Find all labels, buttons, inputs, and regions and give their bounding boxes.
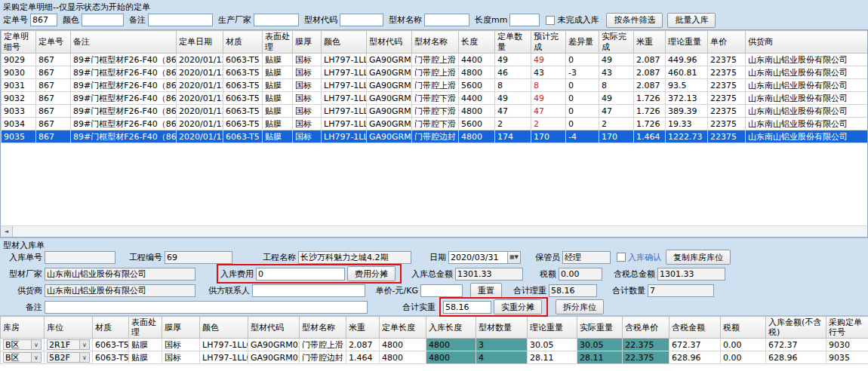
total-actual-weight-input[interactable] bbox=[443, 301, 491, 314]
column-header[interactable]: 入库金额(不含税) bbox=[766, 317, 826, 339]
filter-button[interactable]: 按条件筛选 bbox=[606, 13, 663, 28]
chevron-down-icon[interactable]: ∨ bbox=[79, 340, 89, 349]
column-header[interactable]: 含税金额 bbox=[669, 317, 721, 339]
column-header[interactable]: 含税单价 bbox=[623, 317, 669, 339]
column-header[interactable]: 型材代码 bbox=[367, 31, 412, 54]
supplier-contact-input[interactable] bbox=[252, 284, 365, 297]
table-row[interactable]: 902986789#门框型材F26-F40（866+867）2020/01/13… bbox=[2, 54, 868, 66]
column-header[interactable]: 定单长度 bbox=[380, 317, 426, 339]
inbound-confirm-checkbox[interactable] bbox=[617, 253, 626, 262]
column-header[interactable]: 表面处理 bbox=[129, 317, 162, 339]
inbound-no-input[interactable] bbox=[45, 251, 115, 264]
scroll-left-icon[interactable]: ◄ bbox=[1, 226, 13, 237]
grid-cell: 867 bbox=[36, 92, 71, 105]
project-name-input[interactable] bbox=[298, 251, 411, 264]
column-header[interactable]: 差异量 bbox=[566, 31, 599, 54]
total-with-tax-input[interactable] bbox=[657, 268, 725, 281]
scrollbar-track[interactable] bbox=[13, 226, 867, 237]
column-header[interactable]: 备注 bbox=[71, 31, 177, 54]
table-row[interactable]: 903386789#门框型材F26-F40（866+867）2020/01/13… bbox=[2, 105, 868, 118]
manufacturer-input[interactable] bbox=[45, 268, 195, 281]
inbound-total-input[interactable] bbox=[455, 268, 523, 281]
fee-allocate-button[interactable]: 费用分摊 bbox=[347, 266, 396, 281]
grid-cell: 2020/01/13 bbox=[177, 54, 223, 66]
total-theory-weight-input[interactable] bbox=[549, 284, 597, 297]
warehouse-combo[interactable]: B区∨ bbox=[3, 352, 42, 363]
column-header[interactable]: 膜厚 bbox=[293, 31, 322, 54]
table-row[interactable]: 903086789#门框型材F26-F40（866+867）2020/01/13… bbox=[2, 66, 868, 79]
grid-cell: 6063-T5 bbox=[223, 105, 263, 118]
table-row[interactable]: 903486789#门框型材F26-F40（866+867）2020/01/13… bbox=[2, 118, 868, 130]
column-header[interactable]: 米重 bbox=[634, 31, 666, 54]
column-header[interactable]: 单价 bbox=[708, 31, 746, 54]
color-input[interactable] bbox=[82, 14, 124, 26]
column-header[interactable]: 表面处理 bbox=[263, 31, 293, 54]
remark-input[interactable] bbox=[148, 14, 213, 26]
producer-input[interactable] bbox=[254, 14, 299, 26]
date-picker[interactable]: 2020/03/31 ▦▼ bbox=[448, 251, 521, 264]
column-header[interactable]: 供货商 bbox=[746, 31, 868, 54]
column-header[interactable]: 理论重量 bbox=[528, 317, 577, 339]
inbound-fee-input[interactable] bbox=[256, 268, 345, 281]
split-location-button[interactable]: 拆分库位 bbox=[556, 299, 604, 314]
table-row[interactable]: 903586789#门框型材F26-F40（866+867）2020/01/13… bbox=[2, 130, 868, 143]
unfinished-checkbox[interactable] bbox=[546, 16, 555, 25]
total-qty-input[interactable] bbox=[648, 284, 714, 297]
horizontal-scrollbar[interactable]: ◄ bbox=[0, 225, 868, 238]
column-header[interactable]: 材质 bbox=[93, 317, 129, 339]
column-header[interactable]: 定单号 bbox=[36, 31, 71, 54]
actual-weight-allocate-button[interactable]: 实重分摊 bbox=[494, 299, 542, 314]
chevron-down-icon[interactable]: ∨ bbox=[79, 353, 89, 362]
batch-inbound-button[interactable]: 批量入库 bbox=[667, 13, 716, 28]
column-header[interactable]: 型材数量 bbox=[476, 317, 528, 339]
column-header[interactable]: 定单日期 bbox=[177, 31, 223, 54]
column-header[interactable]: 膜厚 bbox=[162, 317, 200, 339]
table-row[interactable]: 903286789#门框型材F26-F40（866+867）2020/01/13… bbox=[2, 92, 868, 105]
order-no-input[interactable] bbox=[30, 14, 57, 26]
location-combo[interactable]: 2R1F∨ bbox=[47, 339, 90, 350]
grid-cell: 门带腔上滑 bbox=[412, 66, 459, 79]
table-row[interactable]: 903186789#门框型材F26-F40（866+867）2020/01/13… bbox=[2, 79, 868, 92]
column-header[interactable]: 理论重量 bbox=[666, 31, 708, 54]
location-combo[interactable]: 5B2F∨ bbox=[47, 352, 90, 363]
column-header[interactable]: 入库长度 bbox=[426, 317, 476, 339]
supplier-input[interactable] bbox=[45, 284, 195, 297]
column-header[interactable]: 库房 bbox=[1, 317, 45, 339]
column-header[interactable]: 长度 bbox=[459, 31, 495, 54]
grid-cell: 43 bbox=[599, 66, 634, 79]
profile-code-input[interactable] bbox=[340, 14, 383, 26]
chevron-down-icon[interactable]: ∨ bbox=[31, 340, 41, 349]
column-header[interactable]: 税额 bbox=[721, 317, 766, 339]
column-header[interactable]: 预计完成 bbox=[531, 31, 566, 54]
column-header[interactable]: 定单数量 bbox=[495, 31, 531, 54]
column-header[interactable]: 型材名称 bbox=[300, 317, 346, 339]
column-header[interactable]: 采购定单行号 bbox=[826, 317, 868, 339]
calendar-dropdown-icon[interactable]: ▦▼ bbox=[507, 252, 520, 263]
column-header[interactable]: 库位 bbox=[45, 317, 93, 339]
column-header[interactable]: 型材名称 bbox=[412, 31, 459, 54]
column-header[interactable]: 米重 bbox=[346, 317, 380, 339]
column-header[interactable]: 颜色 bbox=[200, 317, 248, 339]
profile-name-input[interactable] bbox=[424, 14, 469, 26]
project-no-input[interactable] bbox=[165, 251, 232, 264]
column-header[interactable]: 材质 bbox=[223, 31, 263, 54]
column-header[interactable]: 颜色 bbox=[322, 31, 367, 54]
table-row[interactable]: B区∨5B2F∨6063-T5贴膜国标LH797-1LL0GA90GRM05门带… bbox=[1, 351, 868, 364]
chevron-down-icon[interactable]: ∨ bbox=[31, 353, 41, 362]
grid-cell: 867 bbox=[36, 105, 71, 118]
keeper-input[interactable] bbox=[562, 251, 611, 264]
column-header[interactable]: 定单明细号 bbox=[2, 31, 36, 54]
grid-cell: 9033 bbox=[2, 105, 36, 118]
table-row[interactable]: B区∨2R1F∨6063-T5贴膜国标LH797-1LL0GA90GRM03门带… bbox=[1, 339, 868, 351]
column-header[interactable]: 实际重量 bbox=[577, 317, 623, 339]
unit-price-input[interactable] bbox=[420, 284, 463, 297]
reset-button[interactable]: 重置 bbox=[470, 283, 502, 298]
length-input[interactable] bbox=[509, 14, 540, 26]
warehouse-combo[interactable]: B区∨ bbox=[3, 339, 42, 350]
tax-input[interactable] bbox=[559, 268, 602, 281]
remark-field-input[interactable] bbox=[45, 301, 368, 314]
column-header[interactable]: 型材代码 bbox=[248, 317, 300, 339]
copy-location-button[interactable]: 复制库房库位 bbox=[666, 250, 731, 265]
grid-cell: 22375 bbox=[708, 79, 746, 92]
column-header[interactable]: 实际完成 bbox=[599, 31, 634, 54]
